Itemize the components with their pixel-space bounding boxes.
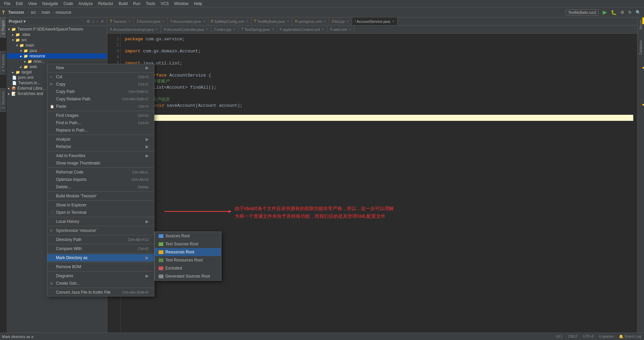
ctx-find-in-path[interactable]: Find in Path... Ctrl+H <box>47 119 154 127</box>
menu-navigate[interactable]: Navigate <box>40 1 61 7</box>
tab-springmvc[interactable]: X springmvc.xml ✕ <box>292 17 329 26</box>
ctx-delete[interactable]: Delete... Delete <box>47 183 154 191</box>
submenu-test-resources-root[interactable]: Test Resources Root <box>155 256 221 264</box>
tab-indexjsp[interactable]: J index.jsp ✕ <box>211 26 238 34</box>
tab-close-listjsp[interactable]: ✕ <box>346 19 349 23</box>
tree-item-src[interactable]: ▾ 📁 src <box>7 37 107 43</box>
ctx-local-history[interactable]: Local History ▶ <box>47 218 154 225</box>
ctx-analyze[interactable]: Analyze ▶ <box>47 136 154 143</box>
ctx-synchronize[interactable]: ↻Synchronize 'resource' <box>47 227 154 234</box>
debug-button[interactable]: 🐛 <box>609 9 618 16</box>
tab-close-sqlmap[interactable]: ✕ <box>246 19 249 23</box>
breadcrumb-src[interactable]: src <box>31 10 36 15</box>
tree-item-resource[interactable]: ▸ 📁 resource <box>7 53 107 59</box>
ctx-build-module[interactable]: Build Module 'Twossm' <box>47 192 154 200</box>
submenu-sources-root[interactable]: Sources Root <box>155 232 221 240</box>
menu-edit[interactable]: Edit <box>13 1 25 7</box>
panel-settings-btn[interactable]: ⚙ <box>86 19 91 24</box>
panel-close-btn[interactable]: ✕ <box>100 19 105 24</box>
tab-close-iaccountdao[interactable]: ✕ <box>203 19 205 23</box>
ctx-create-gist[interactable]: ⚙Create Gist... <box>47 280 154 287</box>
menu-code[interactable]: Code <box>61 1 76 7</box>
ctx-remove-bom[interactable]: Remove BOM <box>47 263 154 271</box>
menu-analyze[interactable]: Analyze <box>76 1 96 7</box>
panel-sort-btn[interactable]: ↕ <box>91 19 95 24</box>
tab-close-webxml[interactable]: ✕ <box>348 28 351 31</box>
tab-close-springmvc[interactable]: ✕ <box>323 19 326 23</box>
submenu-excluded[interactable]: Excluded <box>155 264 221 272</box>
status-line-ending[interactable]: CRLF <box>568 334 578 339</box>
tab-appcontext[interactable]: X applicationContext.xml ✕ <box>277 26 327 34</box>
ctx-new[interactable]: New ▶ <box>47 64 154 71</box>
tree-item-main[interactable]: ▾ 📁 main <box>7 43 107 48</box>
tab-accountserviceimpl[interactable]: A AccountServiceImpl.java ✕ <box>107 26 161 34</box>
tree-item-twossm[interactable]: ▾ 📁 Twossm F:\IDEAworkSpace\Twossm <box>7 27 107 32</box>
editor-content[interactable]: 12345 678910 11121314 package com.gx.ser… <box>107 34 637 340</box>
submenu-generated-sources[interactable]: Generated Sources Root <box>155 272 221 280</box>
code-editor[interactable]: package com.gx.service; import com.gx.do… <box>121 34 637 340</box>
ctx-compare-with[interactable]: Compare With Ctrl+D <box>47 245 154 252</box>
ctx-copy-relative[interactable]: Copy Relative Path Ctrl+Alt+Shift+C <box>47 95 154 103</box>
status-encoding[interactable]: UTF-8 <box>583 334 593 339</box>
ctx-reformat[interactable]: Reformat Code Ctrl+Alt+L <box>47 168 154 176</box>
ctx-show-explorer[interactable]: Show in Explorer <box>47 201 154 209</box>
tree-item-idea[interactable]: ▸ 📁 .idea <box>7 32 107 37</box>
tab-listjsp[interactable]: J list.jsp ✕ <box>329 17 352 26</box>
ctx-diagrams[interactable]: Diagrams ▶ <box>47 272 154 280</box>
ctx-mark-directory[interactable]: Mark Directory as ▶ <box>47 254 154 261</box>
tab-close-ac[interactable]: ✕ <box>206 28 208 31</box>
ctx-refactor[interactable]: Refactor ▶ <box>47 143 154 150</box>
ctx-cut[interactable]: ✂Cut Ctrl+X <box>47 73 154 81</box>
ctx-open-terminal[interactable]: ⬛Open in Terminal <box>47 209 154 216</box>
tab-iaccountdao[interactable]: I IAccountdao.java ✕ <box>168 17 208 26</box>
menu-vcs[interactable]: VCS <box>158 1 172 7</box>
ctx-add-favorites[interactable]: Add to Favorites ▶ <box>47 152 154 159</box>
tree-item-java[interactable]: ▾ 📁 java ↗ <box>7 48 107 53</box>
tab-close-twossm[interactable]: ✕ <box>128 19 131 23</box>
toolbar-run-config-btn[interactable]: TestMyBatis.run2 <box>565 10 600 15</box>
tab-twossm[interactable]: T Twossm ✕ <box>107 17 134 26</box>
tab-accountservice[interactable]: I AccountService.java ✕ <box>352 17 397 26</box>
menu-window[interactable]: Window <box>171 1 191 7</box>
ctx-copy-path[interactable]: Copy Path Ctrl+Shift+C <box>47 88 154 95</box>
event-log-button[interactable]: 🔔 Event Log <box>619 334 641 339</box>
build-button[interactable]: ⚙ <box>619 9 626 15</box>
tab-testmybatis[interactable]: T TestMyBatis.java ✕ <box>252 17 292 26</box>
tab-close-accountservice[interactable]: ✕ <box>392 19 394 23</box>
tab-close-testspring[interactable]: ✕ <box>271 28 274 31</box>
panel-collapse-btn[interactable]: − <box>95 19 100 24</box>
ctx-paste[interactable]: 📋Paste Ctrl+V <box>47 103 154 110</box>
menu-view[interactable]: View <box>25 1 40 7</box>
tab-account[interactable]: J Account.java ✕ <box>134 17 168 26</box>
breadcrumb-main[interactable]: main <box>42 10 50 15</box>
refresh-button[interactable]: ↻ <box>627 9 633 15</box>
submenu-resources-root[interactable]: Resources Root <box>155 248 221 256</box>
menu-run[interactable]: Run <box>130 1 143 7</box>
tab-testspring[interactable]: T TestSpring.java ✕ <box>238 26 277 34</box>
database-icon[interactable]: Database <box>638 38 643 57</box>
tree-item-reso[interactable]: ▸ 📁 reso... <box>7 59 107 64</box>
tab-sqlmap[interactable]: X SqlMapConfig.xml ✕ <box>208 17 252 26</box>
menu-refactor[interactable]: Refactor <box>96 1 116 7</box>
ctx-copy[interactable]: ⧉Copy Ctrl+C <box>47 81 154 88</box>
ctx-convert-kotlin[interactable]: Convert Java File to Kotlin File Ctrl+Al… <box>47 289 154 296</box>
vtab-favorites[interactable]: 2: Favorites <box>0 51 6 75</box>
ctx-dir-path[interactable]: Directory Path Ctrl+Alt+F12 <box>47 236 154 243</box>
ctx-replace-in-path[interactable]: Replace in Path... <box>47 127 154 134</box>
tab-webxml[interactable]: X web.xml ✕ <box>327 26 354 34</box>
menu-file[interactable]: File <box>1 1 13 7</box>
menu-help[interactable]: Help <box>191 1 205 7</box>
run-button[interactable]: ▶ <box>601 8 608 16</box>
ctx-show-thumbnails[interactable]: Show Image Thumbnails <box>47 159 154 167</box>
vtab-structure[interactable]: Z: Structure <box>0 88 6 112</box>
vtab-project[interactable]: 1: Project <box>0 17 6 38</box>
ctx-optimize[interactable]: Optimize Imports Ctrl+Alt+O <box>47 176 154 183</box>
submenu-test-sources-root[interactable]: Test Sources Root <box>155 240 221 248</box>
tab-close-asimpl[interactable]: ✕ <box>155 28 158 31</box>
status-indent[interactable]: 4 spaces <box>599 334 613 339</box>
menu-build[interactable]: Build <box>116 1 130 7</box>
tab-accountcontroller[interactable]: A AccountController.java ✕ <box>161 26 211 34</box>
tab-close-testmybatis[interactable]: ✕ <box>286 19 289 23</box>
ctx-find-usages[interactable]: Find Usages Ctrl+G <box>47 112 154 119</box>
tab-close-appcontext[interactable]: ✕ <box>322 28 324 31</box>
